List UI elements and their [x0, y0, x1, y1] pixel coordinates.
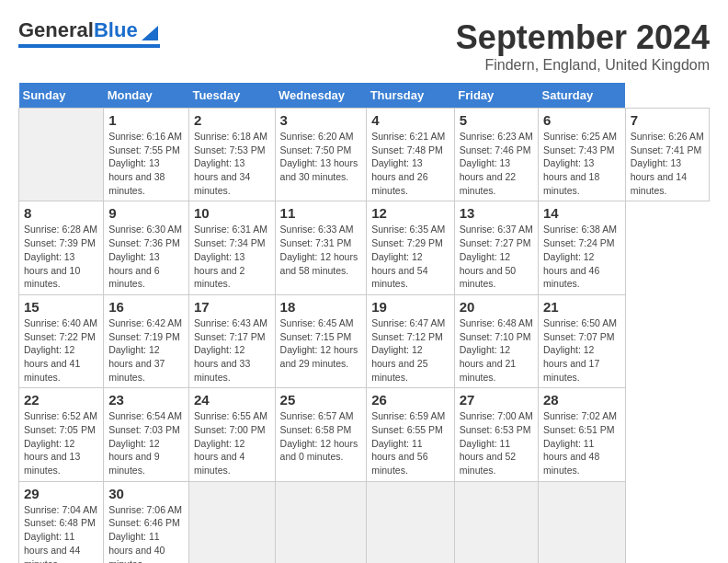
- day-info: Sunrise: 6:54 AMSunset: 7:03 PMDaylight:…: [108, 409, 184, 477]
- empty-cell: [19, 109, 104, 201]
- logo-blue: Blue: [94, 18, 138, 42]
- calendar-cell: 26Sunrise: 6:59 AMSunset: 6:55 PMDayligh…: [367, 388, 455, 481]
- calendar-cell: 18Sunrise: 6:45 AMSunset: 7:15 PMDayligh…: [275, 294, 367, 387]
- calendar-cell: 1Sunrise: 6:16 AMSunset: 7:55 PMDaylight…: [104, 109, 189, 201]
- calendar-cell: 20Sunrise: 6:48 AMSunset: 7:10 PMDayligh…: [454, 294, 538, 387]
- day-info: Sunrise: 6:37 AMSunset: 7:27 PMDaylight:…: [460, 223, 533, 290]
- calendar-cell: 25Sunrise: 6:57 AMSunset: 6:58 PMDayligh…: [275, 388, 367, 481]
- day-info: Sunrise: 6:43 AMSunset: 7:17 PMDaylight:…: [194, 316, 270, 384]
- day-number: 12: [371, 205, 449, 221]
- calendar-cell: 22Sunrise: 6:52 AMSunset: 7:05 PMDayligh…: [19, 388, 104, 481]
- day-info: Sunrise: 6:45 AMSunset: 7:15 PMDaylight:…: [280, 316, 362, 371]
- calendar-cell: [275, 481, 367, 563]
- calendar-cell: 11Sunrise: 6:33 AMSunset: 7:31 PMDayligh…: [275, 201, 367, 294]
- calendar-week-4: 22Sunrise: 6:52 AMSunset: 7:05 PMDayligh…: [19, 388, 710, 481]
- calendar-cell: 29Sunrise: 7:04 AMSunset: 6:48 PMDayligh…: [19, 481, 104, 563]
- day-number: 2: [194, 112, 270, 128]
- day-info: Sunrise: 6:50 AMSunset: 7:07 PMDaylight:…: [543, 316, 620, 384]
- svg-marker-0: [142, 26, 158, 40]
- day-info: Sunrise: 6:35 AMSunset: 7:29 PMDaylight:…: [371, 223, 449, 290]
- calendar-cell: [367, 481, 455, 563]
- calendar-cell: 3Sunrise: 6:20 AMSunset: 7:50 PMDaylight…: [275, 109, 367, 201]
- day-number: 29: [24, 486, 98, 501]
- calendar-cell: 17Sunrise: 6:43 AMSunset: 7:17 PMDayligh…: [188, 294, 275, 387]
- header-friday: Friday: [454, 83, 538, 109]
- day-info: Sunrise: 6:26 AMSunset: 7:41 PMDaylight:…: [631, 130, 704, 197]
- day-number: 6: [543, 112, 620, 128]
- day-number: 14: [543, 205, 620, 221]
- day-info: Sunrise: 6:33 AMSunset: 7:31 PMDaylight:…: [280, 223, 362, 277]
- day-number: 22: [24, 392, 98, 408]
- location-title: Findern, England, United Kingdom: [456, 57, 710, 74]
- calendar-cell: 9Sunrise: 6:30 AMSunset: 7:36 PMDaylight…: [104, 201, 189, 294]
- day-info: Sunrise: 6:30 AMSunset: 7:36 PMDaylight:…: [108, 223, 184, 290]
- logo-icon: [140, 22, 160, 42]
- day-info: Sunrise: 6:48 AMSunset: 7:10 PMDaylight:…: [460, 316, 533, 384]
- header-thursday: Thursday: [367, 83, 455, 109]
- calendar-cell: 8Sunrise: 6:28 AMSunset: 7:39 PMDaylight…: [19, 201, 104, 294]
- day-info: Sunrise: 6:52 AMSunset: 7:05 PMDaylight:…: [24, 409, 98, 477]
- header-sunday: Sunday: [19, 83, 104, 109]
- header-wednesday: Wednesday: [275, 83, 367, 109]
- day-number: 30: [108, 486, 184, 501]
- calendar-cell: 12Sunrise: 6:35 AMSunset: 7:29 PMDayligh…: [367, 201, 455, 294]
- day-number: 17: [194, 299, 270, 315]
- calendar-cell: 2Sunrise: 6:18 AMSunset: 7:53 PMDaylight…: [188, 109, 275, 201]
- calendar-cell: [454, 481, 538, 563]
- day-info: Sunrise: 6:38 AMSunset: 7:24 PMDaylight:…: [543, 223, 620, 290]
- day-info: Sunrise: 6:42 AMSunset: 7:19 PMDaylight:…: [108, 316, 184, 384]
- calendar-week-3: 15Sunrise: 6:40 AMSunset: 7:22 PMDayligh…: [19, 294, 710, 387]
- page-header: General Blue September 2024 Findern, Eng…: [18, 18, 710, 74]
- calendar-cell: 13Sunrise: 6:37 AMSunset: 7:27 PMDayligh…: [454, 201, 538, 294]
- calendar-cell: 16Sunrise: 6:42 AMSunset: 7:19 PMDayligh…: [104, 294, 189, 387]
- day-info: Sunrise: 7:00 AMSunset: 6:53 PMDaylight:…: [460, 409, 533, 477]
- calendar-cell: 23Sunrise: 6:54 AMSunset: 7:03 PMDayligh…: [104, 388, 189, 481]
- calendar-cell: 27Sunrise: 7:00 AMSunset: 6:53 PMDayligh…: [454, 388, 538, 481]
- day-info: Sunrise: 6:55 AMSunset: 7:00 PMDaylight:…: [194, 409, 270, 477]
- calendar-cell: 10Sunrise: 6:31 AMSunset: 7:34 PMDayligh…: [188, 201, 275, 294]
- day-number: 11: [280, 205, 362, 221]
- calendar-week-1: 1Sunrise: 6:16 AMSunset: 7:55 PMDaylight…: [19, 109, 710, 201]
- day-number: 16: [108, 299, 184, 315]
- header-saturday: Saturday: [538, 83, 625, 109]
- day-info: Sunrise: 6:20 AMSunset: 7:50 PMDaylight:…: [280, 130, 362, 184]
- calendar-header-row: SundayMondayTuesdayWednesdayThursdayFrid…: [19, 83, 710, 109]
- calendar-cell: 6Sunrise: 6:25 AMSunset: 7:43 PMDaylight…: [538, 109, 625, 201]
- day-info: Sunrise: 6:23 AMSunset: 7:46 PMDaylight:…: [460, 130, 533, 197]
- title-section: September 2024 Findern, England, United …: [456, 18, 710, 74]
- calendar-cell: 7Sunrise: 6:26 AMSunset: 7:41 PMDaylight…: [625, 109, 709, 201]
- day-number: 13: [460, 205, 533, 221]
- day-number: 21: [543, 299, 620, 315]
- day-number: 3: [280, 112, 362, 128]
- day-number: 5: [460, 112, 533, 128]
- calendar-cell: 19Sunrise: 6:47 AMSunset: 7:12 PMDayligh…: [367, 294, 455, 387]
- day-info: Sunrise: 6:47 AMSunset: 7:12 PMDaylight:…: [371, 316, 449, 384]
- day-info: Sunrise: 7:02 AMSunset: 6:51 PMDaylight:…: [543, 409, 620, 477]
- day-info: Sunrise: 6:31 AMSunset: 7:34 PMDaylight:…: [194, 223, 270, 290]
- header-tuesday: Tuesday: [188, 83, 275, 109]
- day-number: 25: [280, 392, 362, 408]
- calendar-week-2: 8Sunrise: 6:28 AMSunset: 7:39 PMDaylight…: [19, 201, 710, 294]
- day-info: Sunrise: 6:18 AMSunset: 7:53 PMDaylight:…: [194, 130, 270, 197]
- header-monday: Monday: [104, 83, 189, 109]
- logo: General Blue: [18, 18, 160, 48]
- day-number: 28: [543, 392, 620, 408]
- day-info: Sunrise: 6:59 AMSunset: 6:55 PMDaylight:…: [371, 409, 449, 477]
- calendar-cell: 14Sunrise: 6:38 AMSunset: 7:24 PMDayligh…: [538, 201, 625, 294]
- day-number: 15: [24, 299, 98, 315]
- day-number: 19: [371, 299, 449, 315]
- day-info: Sunrise: 6:40 AMSunset: 7:22 PMDaylight:…: [24, 316, 98, 384]
- day-number: 27: [460, 392, 533, 408]
- day-info: Sunrise: 6:25 AMSunset: 7:43 PMDaylight:…: [543, 130, 620, 197]
- calendar-cell: [188, 481, 275, 563]
- day-number: 4: [371, 112, 449, 128]
- month-title: September 2024: [456, 18, 710, 57]
- day-number: 26: [371, 392, 449, 408]
- calendar-table: SundayMondayTuesdayWednesdayThursdayFrid…: [18, 83, 710, 563]
- day-number: 20: [460, 299, 533, 315]
- day-number: 24: [194, 392, 270, 408]
- day-info: Sunrise: 7:06 AMSunset: 6:46 PMDaylight:…: [108, 503, 184, 563]
- logo-general: General: [18, 18, 94, 42]
- day-info: Sunrise: 7:04 AMSunset: 6:48 PMDaylight:…: [24, 503, 98, 563]
- calendar-cell: 15Sunrise: 6:40 AMSunset: 7:22 PMDayligh…: [19, 294, 104, 387]
